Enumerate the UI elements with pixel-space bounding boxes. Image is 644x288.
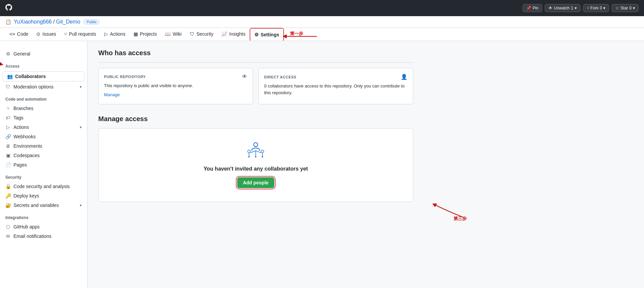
no-collaborators-text: You haven't invited any collaborators ye… bbox=[204, 166, 308, 172]
people-network-svg bbox=[245, 142, 266, 159]
repo-owner-link[interactable]: YuXiaohong666 bbox=[14, 19, 52, 25]
sidebar-item-collaborators[interactable]: 👥 Collaborators bbox=[3, 71, 84, 81]
repo-name-link[interactable]: Git_Demo bbox=[56, 19, 80, 25]
step3-annotation: 第三步 bbox=[426, 197, 467, 222]
manage-access-title: Manage access bbox=[98, 115, 413, 123]
sidebar-item-actions[interactable]: ▷ Actions ▾ bbox=[0, 122, 87, 132]
tab-security[interactable]: 🛡 Security bbox=[186, 28, 218, 41]
direct-card-text: 0 collaborators have access to this repo… bbox=[264, 83, 407, 96]
fork-icon: ⑂ bbox=[587, 6, 589, 10]
secrets-icon: 🔐 bbox=[5, 203, 11, 208]
actions-sidebar-icon: ▷ bbox=[5, 124, 11, 130]
actions-chevron-icon: ▾ bbox=[80, 125, 82, 130]
tab-insights[interactable]: 📈 Insights bbox=[217, 28, 249, 41]
tab-projects[interactable]: ▦ Projects bbox=[130, 28, 161, 41]
chevron-down-icon: ▾ bbox=[575, 6, 577, 10]
collaborators-empty-icon bbox=[245, 142, 266, 160]
tags-icon: 🏷 bbox=[5, 115, 11, 120]
access-cards: PUBLIC REPOSITORY 👁 This repository is p… bbox=[98, 68, 413, 104]
public-card-label: PUBLIC REPOSITORY bbox=[104, 75, 146, 79]
sidebar-general[interactable]: ⚙ General bbox=[0, 49, 87, 59]
tab-settings[interactable]: ⚙ Settings bbox=[250, 28, 284, 41]
email-icon: ✉ bbox=[5, 233, 11, 239]
svg-line-4 bbox=[250, 151, 256, 153]
codespaces-icon: ▣ bbox=[5, 153, 11, 158]
svg-point-2 bbox=[248, 150, 250, 153]
actions-icon: ▷ bbox=[104, 31, 108, 37]
sidebar-section-integrations: Integrations bbox=[0, 210, 87, 222]
public-card-text: This repository is public and visible to… bbox=[104, 82, 247, 89]
content-area: Who has access PUBLIC REPOSITORY 👁 This … bbox=[87, 41, 424, 288]
who-has-access-title: Who has access bbox=[98, 49, 413, 63]
collaborators-icon: 👥 bbox=[7, 74, 12, 79]
insights-icon: 📈 bbox=[221, 31, 227, 37]
sidebar-item-tags[interactable]: 🏷 Tags bbox=[0, 113, 87, 122]
direct-card-label: DIRECT ACCESS bbox=[264, 75, 296, 79]
tab-code[interactable]: <> Code bbox=[5, 28, 32, 41]
tab-pullrequests[interactable]: ⑂ Pull requests bbox=[60, 28, 100, 41]
pin-button[interactable]: 📌 Pin bbox=[523, 4, 542, 12]
chevron-down-icon-star: ▾ bbox=[633, 6, 635, 10]
svg-point-7 bbox=[255, 156, 256, 157]
eye-icon: 👁 bbox=[548, 6, 552, 10]
repo-header: 📋 YuXiaohong666 / Git_Demo Public bbox=[0, 16, 644, 28]
sidebar-item-deploy-keys[interactable]: 🔑 Deploy keys bbox=[0, 191, 87, 201]
code-security-icon: 🔒 bbox=[5, 184, 11, 189]
secrets-chevron-icon: ▾ bbox=[80, 203, 82, 208]
add-people-button[interactable]: Add people bbox=[237, 177, 274, 188]
person-card-icon: 👤 bbox=[401, 74, 407, 80]
sidebar-item-secrets[interactable]: 🔐 Secrets and variables ▾ bbox=[0, 201, 87, 210]
sidebar-section-security: Security bbox=[0, 170, 87, 182]
sidebar-section-access: Access bbox=[0, 59, 87, 71]
webhooks-icon: 🔗 bbox=[5, 134, 11, 139]
svg-point-3 bbox=[261, 150, 264, 153]
repo-icon: 📋 bbox=[5, 19, 11, 25]
tab-issues[interactable]: ⊙ Issues bbox=[32, 28, 60, 41]
step3-label: 第三步 bbox=[454, 216, 467, 222]
tab-wiki[interactable]: 📖 Wiki bbox=[161, 28, 185, 41]
repo-title: YuXiaohong666 / Git_Demo bbox=[14, 19, 80, 25]
sidebar-item-webhooks[interactable]: 🔗 Webhooks bbox=[0, 132, 87, 141]
topbar-actions: 📌 Pin 👁 Unwatch 1 ▾ ⑂ Fork 0 ▾ ☆ Star 0 … bbox=[523, 4, 639, 12]
settings-icon: ⚙ bbox=[254, 32, 259, 37]
deploy-keys-icon: 🔑 bbox=[5, 193, 11, 199]
environments-icon: 🖥 bbox=[5, 143, 11, 149]
step1-label: 第一步 bbox=[290, 31, 303, 37]
sidebar: 第二步 ⚙ General Access 👥 Collaborators 🛡 bbox=[0, 41, 87, 288]
sidebar-item-pages[interactable]: 📄 Pages bbox=[0, 160, 87, 170]
main-layout: 第二步 ⚙ General Access 👥 Collaborators 🛡 bbox=[0, 41, 644, 288]
issues-icon: ⊙ bbox=[36, 31, 40, 37]
svg-point-8 bbox=[262, 156, 263, 157]
tab-actions[interactable]: ▷ Actions bbox=[100, 28, 130, 41]
chevron-down-icon-fork: ▾ bbox=[603, 6, 605, 10]
branches-icon: ⑂ bbox=[5, 106, 11, 111]
pin-icon: 📌 bbox=[526, 6, 531, 10]
security-icon: 🛡 bbox=[190, 31, 194, 37]
slash: / bbox=[53, 19, 55, 25]
sidebar-item-codespaces[interactable]: ▣ Codespaces bbox=[0, 151, 87, 160]
direct-access-card: DIRECT ACCESS 👤 0 collaborators have acc… bbox=[258, 68, 413, 104]
sidebar-section-code-automation: Code and automation bbox=[0, 92, 87, 104]
step3-arrow-svg bbox=[426, 197, 467, 221]
pullrequest-icon: ⑂ bbox=[64, 31, 67, 37]
projects-icon: ▦ bbox=[134, 31, 138, 37]
topbar: 📌 Pin 👁 Unwatch 1 ▾ ⑂ Fork 0 ▾ ☆ Star 0 … bbox=[0, 0, 644, 16]
manage-link[interactable]: Manage bbox=[104, 92, 120, 97]
sidebar-item-branches[interactable]: ⑂ Branches bbox=[0, 104, 87, 113]
general-icon: ⚙ bbox=[5, 51, 11, 57]
sidebar-item-email-notifications[interactable]: ✉ Email notifications bbox=[0, 231, 87, 241]
manage-access-box: You haven't invited any collaborators ye… bbox=[98, 128, 413, 202]
svg-point-1 bbox=[254, 143, 258, 147]
sidebar-item-github-apps[interactable]: ⬡ GitHub apps bbox=[0, 222, 87, 231]
code-icon: <> bbox=[9, 31, 15, 37]
svg-point-6 bbox=[248, 156, 250, 157]
unwatch-button[interactable]: 👁 Unwatch 1 ▾ bbox=[545, 4, 580, 12]
sidebar-item-moderation[interactable]: 🛡 Moderation options ▾ bbox=[0, 82, 87, 92]
pages-icon: 📄 bbox=[5, 162, 11, 168]
sidebar-item-environments[interactable]: 🖥 Environments bbox=[0, 141, 87, 151]
sidebar-item-code-security[interactable]: 🔒 Code security and analysis bbox=[0, 182, 87, 191]
wiki-icon: 📖 bbox=[165, 31, 171, 37]
star-button[interactable]: ☆ Star 0 ▾ bbox=[612, 4, 639, 12]
repo-visibility-badge: Public bbox=[83, 19, 100, 25]
fork-button[interactable]: ⑂ Fork 0 ▾ bbox=[583, 4, 609, 12]
